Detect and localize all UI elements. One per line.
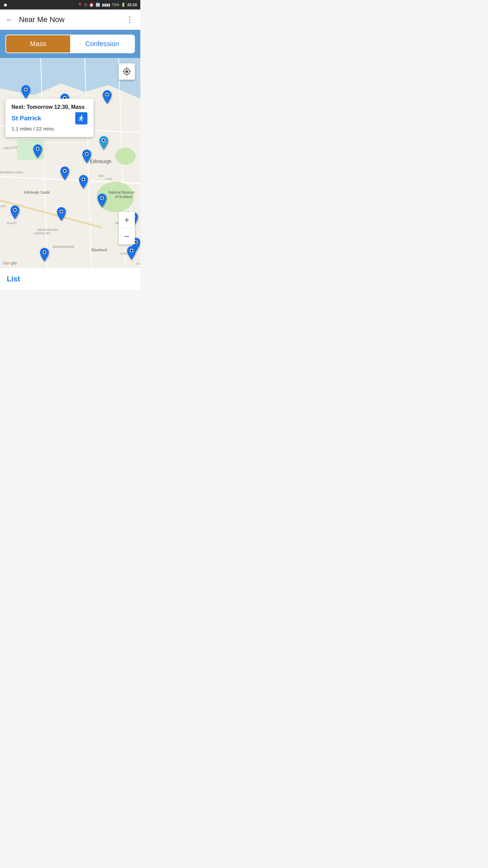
directions-icon bbox=[78, 115, 85, 122]
google-logo-g2: g bbox=[11, 260, 14, 265]
svg-text:Blackford: Blackford bbox=[92, 248, 107, 252]
map-pin-5[interactable] bbox=[81, 150, 92, 164]
my-location-button[interactable] bbox=[119, 63, 135, 80]
overflow-menu-button[interactable]: ⋮ bbox=[125, 15, 135, 24]
alarm-icon: ⏰ bbox=[89, 3, 94, 7]
svg-text:Edinburgh: Edinburgh bbox=[90, 159, 111, 164]
google-logo-e: e bbox=[15, 260, 17, 265]
info-distance-label: 1.1 miles / 22 mins bbox=[12, 126, 87, 132]
svg-text:A70: A70 bbox=[0, 204, 5, 208]
svg-point-9 bbox=[115, 148, 136, 165]
map-pin-15[interactable] bbox=[126, 246, 137, 261]
svg-point-48 bbox=[101, 197, 103, 199]
tab-bar: Mass Confession bbox=[5, 35, 135, 53]
svg-point-60 bbox=[130, 250, 133, 252]
page-title: Near Me Now bbox=[19, 15, 125, 24]
google-logo: Google bbox=[3, 260, 17, 265]
map-pin-8[interactable] bbox=[78, 175, 89, 190]
svg-text:MERCHISTON: MERCHISTON bbox=[37, 228, 58, 232]
google-logo-o2: o bbox=[8, 260, 11, 265]
svg-text:Edinburgh Castle: Edinburgh Castle bbox=[24, 191, 50, 194]
tab-container: Mass Confession bbox=[0, 30, 140, 58]
app-bar: ← Near Me Now ⋮ bbox=[0, 9, 140, 30]
map-container: Telford Rd A70 Colinton Rd DALRY MERCHIS… bbox=[0, 58, 140, 268]
svg-point-36 bbox=[106, 94, 108, 96]
svg-point-50 bbox=[14, 209, 16, 211]
signal-icon: ▮▮▮▮ bbox=[102, 3, 110, 7]
svg-point-38 bbox=[37, 148, 39, 150]
svg-point-44 bbox=[64, 170, 66, 172]
time-label: 22:10 bbox=[127, 3, 137, 7]
map-pin-9[interactable] bbox=[97, 194, 107, 209]
status-bar: ⏺ 📍 ⬡ ⏰ 🔄 ▮▮▮▮ 71% 🔋 22:10 bbox=[0, 0, 140, 9]
bluetooth-icon: ⬡ bbox=[84, 3, 87, 7]
svg-text:DALRY: DALRY bbox=[7, 221, 17, 225]
directions-button[interactable] bbox=[75, 112, 87, 124]
svg-text:of Scotland: of Scotland bbox=[115, 195, 132, 199]
google-logo-g: G bbox=[3, 260, 6, 265]
zoom-in-button[interactable]: + bbox=[119, 212, 135, 228]
map-pin-1[interactable] bbox=[20, 85, 31, 100]
svg-point-42 bbox=[103, 139, 105, 141]
svg-text:Colinton Rd: Colinton Rd bbox=[34, 232, 50, 235]
svg-point-46 bbox=[82, 178, 84, 180]
map-pin-3[interactable] bbox=[102, 90, 113, 105]
svg-text:A772: A772 bbox=[136, 262, 140, 265]
svg-text:A700: A700 bbox=[105, 177, 112, 181]
map-pin-7[interactable] bbox=[59, 166, 70, 181]
svg-text:National Museum: National Museum bbox=[108, 191, 135, 194]
map-pin-14[interactable] bbox=[39, 248, 50, 263]
map-pin-10[interactable] bbox=[9, 205, 20, 220]
location-crosshair-icon bbox=[122, 67, 131, 76]
svg-point-52 bbox=[60, 211, 62, 213]
back-button[interactable]: ← bbox=[5, 15, 14, 24]
battery-label: 71% bbox=[112, 3, 119, 7]
zoom-controls: + − bbox=[119, 212, 135, 244]
sync-icon: 🔄 bbox=[96, 3, 100, 7]
tab-confession[interactable]: Confession bbox=[70, 35, 134, 53]
map-pin-11[interactable] bbox=[56, 207, 67, 222]
status-right: 📍 ⬡ ⏰ 🔄 ▮▮▮▮ 71% 🔋 22:10 bbox=[78, 3, 137, 7]
svg-point-32 bbox=[25, 88, 27, 91]
svg-text:Ravelston Dykes: Ravelston Dykes bbox=[0, 171, 23, 174]
svg-text:MORNINGSIDE: MORNINGSIDE bbox=[53, 245, 75, 249]
info-popup: Next: Tomorrow 12:30, Mass St Patrick 1.… bbox=[5, 99, 94, 137]
tab-mass[interactable]: Mass bbox=[6, 35, 70, 53]
zoom-out-button[interactable]: − bbox=[119, 228, 135, 244]
list-button[interactable]: List bbox=[7, 275, 20, 283]
svg-point-56 bbox=[135, 241, 137, 243]
map-pin-4[interactable] bbox=[32, 144, 43, 159]
info-name-row: St Patrick bbox=[12, 112, 87, 124]
info-next-label: Next: Tomorrow 12:30, Mass bbox=[12, 104, 87, 110]
spotify-icon: ⏺ bbox=[3, 2, 8, 7]
location-icon: 📍 bbox=[78, 3, 82, 7]
svg-point-58 bbox=[43, 251, 45, 253]
svg-text:Eas: Eas bbox=[98, 174, 104, 177]
info-place-name[interactable]: St Patrick bbox=[12, 115, 41, 122]
svg-point-40 bbox=[86, 153, 88, 155]
battery-icon: 🔋 bbox=[121, 3, 126, 7]
status-left: ⏺ bbox=[3, 2, 8, 7]
bottom-bar: List bbox=[0, 268, 140, 290]
map-pin-6[interactable] bbox=[98, 136, 109, 151]
